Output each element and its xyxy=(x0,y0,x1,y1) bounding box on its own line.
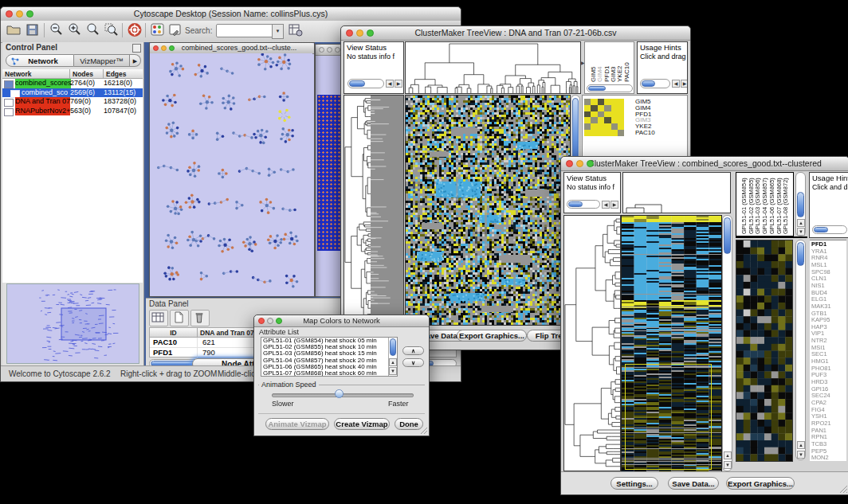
matrix-cell[interactable] xyxy=(591,99,597,105)
zoom-window-icon[interactable] xyxy=(276,318,282,324)
gene-label[interactable]: HAP3 xyxy=(811,323,827,330)
gene-label[interactable]: FIG4 xyxy=(811,406,825,413)
table-select-icon[interactable] xyxy=(149,310,168,326)
tab-vizmapper[interactable]: VizMapper™ xyxy=(74,54,130,67)
export-graphics-button[interactable]: Export Graphics... xyxy=(457,330,527,342)
zoom-selected-icon[interactable] xyxy=(104,22,120,37)
matrix-cell[interactable] xyxy=(618,130,624,136)
done-button[interactable]: Done xyxy=(395,418,423,430)
matrix-cell[interactable] xyxy=(611,111,618,118)
network-view-window-1[interactable]: combined_scores_good.txt--cluste... xyxy=(149,42,315,297)
matrix-cell[interactable] xyxy=(604,130,610,136)
matrix-cell[interactable] xyxy=(604,105,610,111)
gene-label[interactable]: RPO21 xyxy=(811,420,831,427)
import-table-icon[interactable] xyxy=(288,22,304,37)
matrix-cell[interactable] xyxy=(604,123,610,130)
header-network[interactable]: Network xyxy=(2,69,70,79)
header-nodes[interactable]: Nodes xyxy=(70,69,104,79)
zoom-in-icon[interactable] xyxy=(67,22,83,37)
matrix-cell[interactable] xyxy=(598,117,604,123)
zoom-window-icon[interactable] xyxy=(26,10,33,18)
close-icon[interactable] xyxy=(566,160,573,167)
matrix-cell[interactable] xyxy=(584,105,591,111)
matrix-cell[interactable] xyxy=(591,130,597,136)
minimize-icon[interactable] xyxy=(576,160,583,167)
scroll-up-icon[interactable]: ▲ xyxy=(797,441,805,449)
similarity-matrix[interactable] xyxy=(584,99,625,137)
delete-attribute-trash-icon[interactable] xyxy=(190,310,210,326)
search-input[interactable] xyxy=(216,24,274,37)
scroll-right-icon[interactable]: ▶ xyxy=(610,201,618,209)
gene-label[interactable]: PHO81 xyxy=(811,365,831,372)
treeview1-title-bar[interactable]: ClusterMaker TreeView : DNA and Tran 07-… xyxy=(341,26,690,41)
gene-label[interactable]: PUF3 xyxy=(811,371,826,378)
zoom-window-icon[interactable] xyxy=(367,29,374,37)
gene-label[interactable]: RPN1 xyxy=(811,433,827,440)
gene-label[interactable]: PAN1 xyxy=(811,427,826,434)
scrollbar-thumb[interactable] xyxy=(814,227,828,232)
matrix-cell[interactable] xyxy=(591,123,597,130)
network1-title-bar[interactable]: combined_scores_good.txt--cluste... xyxy=(150,43,314,54)
close-icon[interactable] xyxy=(319,47,324,53)
zoom-window-icon[interactable] xyxy=(169,45,175,51)
gene-label[interactable]: NTR2 xyxy=(811,337,827,344)
gene-label[interactable]: CLN1 xyxy=(811,275,826,282)
tv2-detail-vscrollbar[interactable]: ▲ ▼ xyxy=(795,240,806,460)
tv1-status-hscrollbar[interactable] xyxy=(347,79,384,88)
move-down-button[interactable]: ∨ xyxy=(402,358,424,367)
gene-label[interactable]: MON2 xyxy=(811,454,829,461)
matrix-cell[interactable] xyxy=(591,117,597,123)
scroll-right-icon[interactable]: ▶ xyxy=(395,80,402,88)
resize-grip[interactable] xyxy=(420,427,428,435)
attribute-listbox[interactable]: GPL51-01 (GSM854) heat shock 05 minGPL51… xyxy=(261,337,398,377)
attribute-item[interactable]: GPL51-04 (GSM857) heat shock 20 min xyxy=(261,357,388,364)
matrix-cell[interactable] xyxy=(584,130,591,136)
row-dendrogram[interactable] xyxy=(564,216,620,471)
close-icon[interactable] xyxy=(6,10,13,18)
open-file-icon[interactable] xyxy=(6,22,22,37)
create-vizmap-button[interactable]: Create Vizmap xyxy=(334,418,390,430)
scroll-up-icon[interactable]: ▲ xyxy=(724,451,732,459)
gene-label[interactable]: GPI16 xyxy=(811,385,828,393)
matrix-cell[interactable] xyxy=(611,117,618,123)
scroll-left-icon[interactable]: ◀ xyxy=(602,201,610,209)
scrollbar-thumb[interactable] xyxy=(797,242,804,266)
tv1-global-heatmap[interactable] xyxy=(405,95,571,326)
gene-label[interactable]: ELG1 xyxy=(811,295,826,303)
tv1-column-dendrogram-panel[interactable] xyxy=(405,41,581,94)
tv2-detail-heatmap[interactable] xyxy=(736,240,793,462)
move-up-button[interactable]: ∧ xyxy=(402,346,424,355)
tv1-row-dendrogram-panel[interactable] xyxy=(344,95,404,324)
scroll-down-icon[interactable]: ▼ xyxy=(797,228,805,236)
tv1-usage-hscrollbar[interactable] xyxy=(640,79,670,88)
gene-label[interactable]: CPA2 xyxy=(811,399,826,406)
matrix-cell[interactable] xyxy=(591,111,597,118)
matrix-cell[interactable] xyxy=(598,130,604,136)
close-icon[interactable] xyxy=(258,318,265,324)
minimize-icon[interactable] xyxy=(356,29,363,37)
gene-label[interactable]: HMG1 xyxy=(811,357,829,365)
save-data-button[interactable]: Save Data... xyxy=(668,477,719,490)
gene-label[interactable]: GTB1 xyxy=(811,310,827,317)
matrix-cell[interactable] xyxy=(618,117,624,123)
matrix-cell[interactable] xyxy=(611,130,618,136)
gene-label[interactable]: SPC98 xyxy=(811,268,830,275)
zoom-window-icon[interactable] xyxy=(335,47,340,53)
main-title-bar[interactable]: Cytoscape Desktop (Session Name: collins… xyxy=(1,7,461,21)
save-icon[interactable] xyxy=(25,22,41,37)
scroll-up-icon[interactable]: ▲ xyxy=(389,358,397,366)
matrix-cell[interactable] xyxy=(584,99,591,105)
matrix-cell[interactable] xyxy=(604,99,610,105)
column-dendrogram[interactable] xyxy=(623,173,730,213)
scrollbar-thumb[interactable] xyxy=(797,192,804,217)
tv2-global-heatmap[interactable] xyxy=(621,215,722,473)
matrix-cell[interactable] xyxy=(598,105,604,111)
resize-grip[interactable] xyxy=(838,484,848,494)
minimize-icon[interactable] xyxy=(161,45,167,51)
tab-overflow-button[interactable]: ▶ xyxy=(130,54,141,67)
gene-label[interactable]: HRD3 xyxy=(811,378,827,385)
search-dropdown-icon[interactable]: ▼ xyxy=(272,24,284,39)
scroll-left-icon[interactable]: ◀ xyxy=(386,80,394,88)
network-list-row[interactable]: combined_sco2569(6)13112(15) xyxy=(2,88,143,98)
column-dendrogram[interactable] xyxy=(406,42,580,93)
